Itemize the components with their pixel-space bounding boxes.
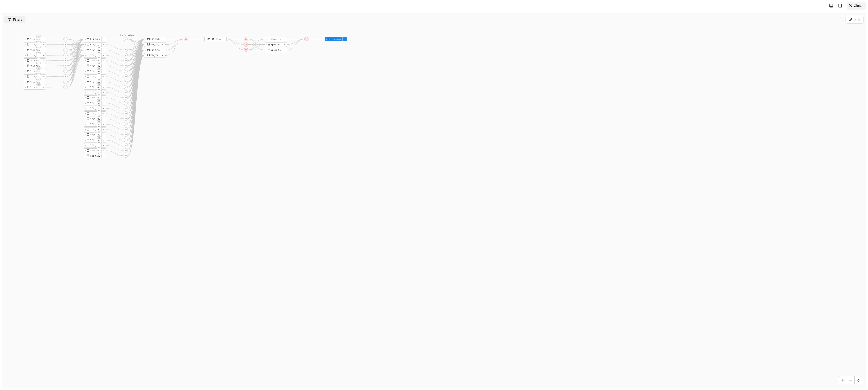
dataflow-node[interactable]: ›"fin_tx_rw_yr...···TMP — [24, 85, 46, 90]
merge-node[interactable] — [63, 64, 67, 68]
node-more-button[interactable]: ··· — [101, 91, 106, 95]
bottom-panel-toggle[interactable] — [827, 2, 835, 10]
dataflow-node[interactable]: ›"fin_cstmr_20...···TMP — [84, 74, 106, 79]
merge-node[interactable] — [124, 69, 128, 73]
node-more-button[interactable]: ··· — [101, 59, 106, 63]
merge-node[interactable] — [124, 132, 128, 137]
node-more-button[interactable]: ··· — [101, 117, 106, 121]
node-more-button[interactable]: ··· — [101, 133, 106, 137]
node-more-button[interactable]: ··· — [101, 101, 106, 105]
dataflow-node[interactable]: ›"fin_tx_rw_yr...···TMP — [24, 42, 46, 47]
node-more-button[interactable]: ··· — [101, 96, 106, 100]
diagram-surface[interactable]: My Dataflow ›"fin_tx_rw_yr...···TMP›"fin… — [2, 13, 866, 388]
dataflow-node[interactable]: ›"fin_tx_20220...···TMP — [84, 58, 106, 63]
node-more-button[interactable]: ··· — [222, 37, 226, 41]
dataflow-node[interactable]: ›Spend Segment...··· — [265, 48, 287, 52]
node-more-button[interactable]: ··· — [162, 42, 166, 46]
merge-node[interactable] — [124, 143, 128, 147]
merge-node[interactable] — [124, 64, 128, 68]
dataflow-node[interactable]: ›"fin_cstmr_20...···TMP — [84, 69, 106, 73]
dataflow-node[interactable]: ›Transactions ...··· — [325, 37, 347, 41]
zoom-out-button[interactable] — [847, 377, 855, 384]
dataflow-node[interactable]: ›FIN_TX_RW_CURR··· — [84, 42, 106, 47]
merge-node[interactable] — [124, 138, 128, 142]
node-more-button[interactable]: ··· — [41, 85, 46, 89]
dataflow-node[interactable]: ›FIN_ST_LKP··· — [144, 42, 166, 47]
node-more-button[interactable]: ··· — [162, 54, 166, 58]
edit-button[interactable]: Edit — [845, 16, 864, 24]
node-more-button[interactable]: ··· — [101, 154, 106, 158]
node-more-button[interactable]: ··· — [41, 69, 46, 73]
dataflow-node[interactable]: ›"fin_st_lkp_2...···TMP — [84, 143, 106, 148]
dataflow-node[interactable]: ›"fin_spnd_sgm...···TMP — [84, 85, 106, 90]
dataflow-node[interactable]: ›"fin_tx_rw_cu...···TMP — [24, 53, 46, 58]
dataflow-node[interactable]: ›"fin_tx_20220...···TMP — [84, 149, 106, 153]
merge-node[interactable] — [124, 48, 128, 52]
merge-node[interactable] — [124, 95, 128, 100]
merge-node[interactable] — [124, 149, 128, 153]
merge-node[interactable] — [184, 37, 188, 41]
node-more-button[interactable]: ··· — [101, 69, 106, 73]
node-more-button[interactable]: ··· — [101, 128, 106, 132]
dataflow-node[interactable]: ›"fin_cstmr_20...···TMP — [84, 122, 106, 127]
merge-node[interactable] — [124, 74, 128, 78]
node-more-button[interactable]: ··· — [282, 37, 287, 41]
merge-node[interactable] — [124, 90, 128, 94]
node-more-button[interactable]: ··· — [101, 42, 106, 46]
merge-node[interactable] — [244, 37, 248, 41]
merge-node[interactable] — [63, 74, 67, 78]
dataflow-node[interactable]: ›"fin_tx_rw_cu...···TMP — [24, 58, 46, 63]
merge-node[interactable] — [124, 101, 128, 105]
dataflow-node[interactable]: ›"fin_cstmr_20...···TMP — [84, 138, 106, 142]
node-more-button[interactable]: ··· — [282, 48, 287, 52]
merge-node[interactable] — [63, 69, 67, 73]
dataflow-node[interactable]: ›"fin_tx_rw_yr...···TMP — [24, 80, 46, 84]
dataflow-node[interactable]: ›FIN_TX··· — [144, 53, 166, 58]
dataflow-node[interactable]: ›"fin_st_lkp_2...···TMP — [84, 53, 106, 58]
zoom-fit-button[interactable] — [855, 377, 862, 384]
merge-node[interactable] — [124, 53, 128, 57]
dataflow-node[interactable]: ›FIN_CSTMR··· — [144, 37, 166, 41]
dataflow-node[interactable]: ›FIN_SPND_SGMNT··· — [144, 48, 166, 52]
side-panel-toggle[interactable] — [836, 2, 844, 10]
dataflow-node[interactable]: ›"fin_st_lkp_2...···TMP — [84, 95, 106, 100]
dataflow-node[interactable]: ›"fin_tx_rw_cu...···TMP — [24, 48, 46, 52]
merge-node[interactable] — [124, 111, 128, 116]
node-more-button[interactable]: ··· — [101, 37, 106, 41]
node-more-button[interactable]: ··· — [342, 37, 347, 41]
dataflow-node[interactable]: ›FIN_TX (FINAN...··· — [205, 37, 227, 41]
merge-node[interactable] — [63, 85, 67, 89]
node-more-button[interactable]: ··· — [41, 42, 46, 46]
merge-node[interactable] — [124, 85, 128, 89]
merge-node[interactable] — [124, 58, 128, 63]
node-more-button[interactable]: ··· — [41, 64, 46, 68]
merge-node[interactable] — [124, 127, 128, 131]
dataflow-node[interactable]: ›"fin_tx_rw_yr...···TMP — [24, 74, 46, 79]
merge-node[interactable] — [124, 122, 128, 126]
dataflow-node[interactable]: ›"fin_tx_rw_yr...···TMP — [24, 37, 46, 41]
dataflow-node[interactable]: ›State - Trans...··· — [265, 37, 287, 41]
merge-node[interactable] — [124, 80, 128, 84]
dataflow-node[interactable]: ›"fin_spnd_sgm...···TMP — [84, 127, 106, 132]
dataflow-node[interactable]: ›"fin_st_lkp_2...···TMP — [84, 111, 106, 116]
node-more-button[interactable]: ··· — [101, 149, 106, 153]
dataflow-node[interactable]: ›"fin_spnd_sgm...···TMP — [84, 48, 106, 52]
dataflow-node[interactable]: ›"fin_spnd_sgm...···TMP — [84, 64, 106, 68]
zoom-in-button[interactable] — [839, 377, 847, 384]
dataflow-node[interactable]: ›"fin_st_lkp_2...···TMP — [84, 117, 106, 121]
node-more-button[interactable]: ··· — [101, 80, 106, 84]
node-more-button[interactable]: ··· — [101, 64, 106, 68]
merge-node[interactable] — [304, 37, 309, 41]
diagram-canvas[interactable]: Filters Edit — [2, 13, 866, 388]
node-more-button[interactable]: ··· — [162, 37, 166, 41]
merge-node[interactable] — [63, 80, 67, 84]
merge-node[interactable] — [124, 106, 128, 110]
node-more-button[interactable]: ··· — [41, 37, 46, 41]
dataflow-node[interactable]: ›Spend Detail··· — [265, 42, 287, 47]
node-more-button[interactable]: ··· — [101, 111, 106, 116]
node-more-button[interactable]: ··· — [282, 42, 287, 46]
dataflow-node[interactable]: ›"fin_tx_rw_cu...···TMP — [24, 69, 46, 73]
node-more-button[interactable]: ··· — [101, 54, 106, 58]
node-more-button[interactable]: ··· — [41, 74, 46, 78]
close-button[interactable]: Close — [847, 2, 866, 10]
